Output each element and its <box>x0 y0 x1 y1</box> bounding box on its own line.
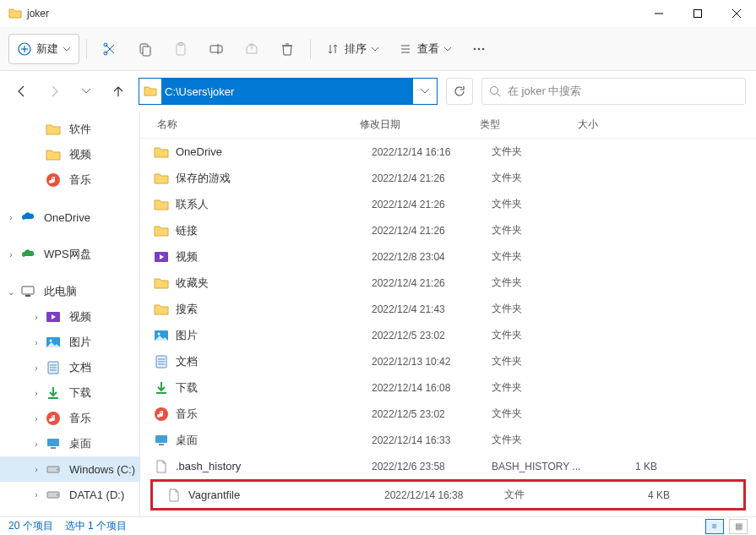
minimize-button[interactable] <box>639 0 678 27</box>
file-date: 2022/12/4 21:26 <box>372 225 492 237</box>
file-row[interactable]: 搜索 2022/12/4 21:43 文件夹 <box>140 296 756 322</box>
file-size: 4 KB <box>602 489 678 501</box>
sidebar-item[interactable]: ›桌面 <box>0 431 139 456</box>
column-headers[interactable]: 名称 修改日期 类型 大小 <box>140 112 756 139</box>
sidebar-item[interactable]: ›DATA1 (D:) <box>0 482 139 507</box>
file-size: 1 KB <box>590 461 666 472</box>
svg-rect-45 <box>155 435 167 443</box>
sidebar-item[interactable]: 软件 <box>0 117 139 142</box>
file-name: 视频 <box>176 249 372 265</box>
file-type: 文件夹 <box>492 145 590 159</box>
up-button[interactable] <box>106 79 130 103</box>
svg-rect-21 <box>22 287 34 294</box>
sidebar-item[interactable]: ›Windows (C:) <box>0 456 139 482</box>
file-row[interactable]: 文档 2022/12/13 10:42 文件夹 <box>140 348 756 374</box>
download-icon <box>152 380 171 396</box>
file-row[interactable]: 联系人 2022/12/4 21:26 文件夹 <box>140 191 756 217</box>
file-date: 2022/12/5 23:02 <box>372 408 492 420</box>
window-folder-icon <box>8 7 22 20</box>
file-row[interactable]: OneDrive 2022/12/14 16:16 文件夹 <box>140 139 756 165</box>
sidebar-item[interactable]: 音乐 <box>0 167 139 193</box>
cut-button[interactable] <box>94 34 126 64</box>
folder-icon <box>152 302 171 317</box>
file-date: 2022/12/4 21:26 <box>372 199 492 210</box>
file-type: 文件夹 <box>492 197 590 211</box>
sidebar-item[interactable]: ›WPS网盘 <box>0 242 139 267</box>
sidebar-item[interactable]: ›视频 <box>0 304 139 330</box>
file-date: 2022/12/4 21:26 <box>372 172 492 184</box>
file-name: .bash_history <box>176 460 372 472</box>
file-name: 桌面 <box>176 433 372 448</box>
svg-rect-46 <box>159 444 164 445</box>
sidebar-item[interactable]: ›OneDrive <box>0 205 139 230</box>
address-dropdown[interactable] <box>413 87 437 96</box>
view-button[interactable]: 查看 <box>390 34 460 64</box>
file-row[interactable]: .bash_history 2022/12/6 23:58 BASH_HISTO… <box>140 453 756 479</box>
file-type: 文件夹 <box>492 302 590 316</box>
col-size[interactable]: 大小 <box>578 117 662 132</box>
chevron-down-icon <box>444 46 451 52</box>
sidebar-item[interactable]: ›下载 <box>0 380 139 406</box>
file-row[interactable]: 收藏夹 2022/12/4 21:26 文件夹 <box>140 270 756 296</box>
svg-rect-1 <box>694 10 702 18</box>
recent-button[interactable] <box>74 79 98 103</box>
svg-rect-13 <box>210 46 222 52</box>
share-button[interactable] <box>236 34 268 64</box>
address-bar[interactable]: C:\Users\joker <box>139 78 438 105</box>
details-view-toggle[interactable]: ≡ <box>705 519 724 534</box>
back-button[interactable] <box>10 79 34 103</box>
scissors-icon <box>102 41 117 57</box>
svg-line-19 <box>498 94 501 97</box>
maximize-button[interactable] <box>678 0 717 27</box>
refresh-button[interactable] <box>446 78 473 105</box>
forward-button[interactable] <box>42 79 66 103</box>
file-type: 文件夹 <box>492 223 590 237</box>
docs-icon <box>152 354 171 369</box>
col-name[interactable]: 名称 <box>140 117 360 132</box>
file-type: 文件夹 <box>492 276 590 290</box>
sidebar-item[interactable]: ›文档 <box>0 355 139 380</box>
file-row[interactable]: 音乐 2022/12/5 23:02 文件夹 <box>140 401 756 427</box>
sort-icon <box>326 42 340 56</box>
file-type: 文件 <box>504 488 602 502</box>
close-button[interactable] <box>717 0 756 27</box>
file-type: 文件夹 <box>492 407 590 421</box>
file-type: 文件夹 <box>492 433 590 447</box>
file-row[interactable]: 桌面 2022/12/14 16:33 文件夹 <box>140 427 756 453</box>
svg-rect-32 <box>51 447 56 449</box>
file-row[interactable]: 视频 2022/12/8 23:04 文件夹 <box>140 243 756 270</box>
file-date: 2022/12/14 16:33 <box>372 434 492 446</box>
title-bar: joker <box>0 0 756 27</box>
file-row[interactable]: 保存的游戏 2022/12/4 21:26 文件夹 <box>140 165 756 191</box>
sidebar-item[interactable]: ›图片 <box>0 330 139 355</box>
delete-button[interactable] <box>271 34 303 64</box>
thumbnails-view-toggle[interactable]: ▦ <box>729 519 748 534</box>
file-row[interactable]: 下载 2022/12/14 16:08 文件夹 <box>140 374 756 401</box>
new-button[interactable]: 新建 <box>8 34 79 64</box>
rename-button[interactable] <box>200 34 232 64</box>
search-icon <box>489 85 501 97</box>
file-row[interactable]: Vagrantfile 2022/12/14 16:38 文件 4 KB <box>153 482 743 508</box>
sort-label: 排序 <box>345 41 367 57</box>
svg-point-15 <box>474 47 476 50</box>
sidebar-this-pc[interactable]: ⌄此电脑 <box>0 279 139 304</box>
file-date: 2022/12/8 23:04 <box>372 251 492 263</box>
search-box[interactable]: 在 joker 中搜索 <box>481 78 746 105</box>
search-placeholder: 在 joker 中搜索 <box>508 84 581 99</box>
file-row[interactable]: 图片 2022/12/5 23:02 文件夹 <box>140 322 756 348</box>
sort-button[interactable]: 排序 <box>318 34 387 64</box>
sidebar-item[interactable]: 视频 <box>0 142 139 167</box>
svg-point-16 <box>478 47 481 50</box>
plus-circle-icon <box>18 42 31 56</box>
rename-icon <box>209 41 224 57</box>
copy-button[interactable] <box>129 34 161 64</box>
col-date[interactable]: 修改日期 <box>360 117 480 132</box>
view-label: 查看 <box>417 41 439 57</box>
more-button[interactable] <box>463 34 495 64</box>
col-type[interactable]: 类型 <box>480 117 578 132</box>
file-row[interactable]: 链接 2022/12/4 21:26 文件夹 <box>140 217 756 243</box>
ellipsis-icon <box>471 41 487 57</box>
paste-button[interactable] <box>165 34 197 64</box>
file-date: 2022/12/4 21:43 <box>372 303 492 315</box>
sidebar-item[interactable]: ›音乐 <box>0 406 139 431</box>
